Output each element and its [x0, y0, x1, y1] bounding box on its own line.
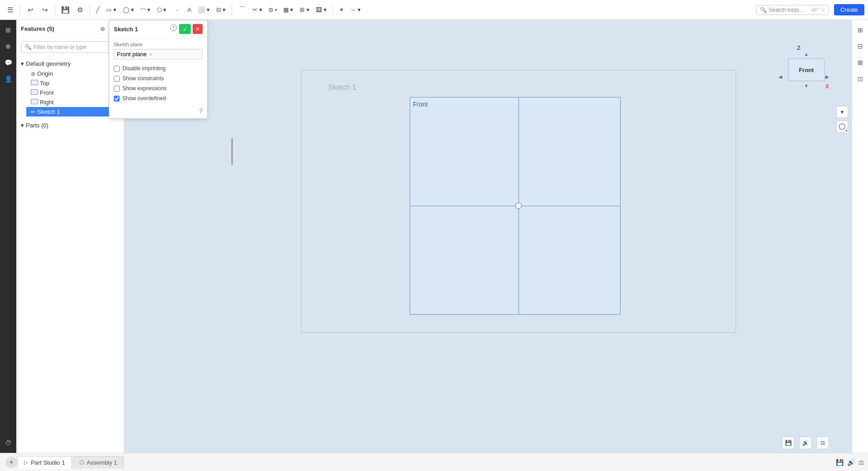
part-studio-tab[interactable]: ▷ Part Studio 1 [17, 456, 72, 469]
sketch-help-icon[interactable]: ? [199, 107, 203, 115]
parts-group[interactable]: ▾ Parts (0) [16, 120, 124, 131]
assembly-tab[interactable]: ⬡ Assembly 1 [73, 456, 124, 469]
sketch-clock-icon[interactable]: 🕐 [170, 24, 177, 34]
viewport-bottom-controls: 💾 🔊 ⚖ [780, 437, 829, 449]
search-tools[interactable]: 🔍 Search tools... alt/⌃ c [756, 5, 829, 15]
assembly-tab-label: Assembly 1 [87, 459, 117, 466]
create-button[interactable]: Create [834, 4, 864, 15]
line-tool[interactable]: ╱ [94, 5, 102, 15]
search-shortcut: alt/⌃ c [811, 7, 824, 12]
sketch-confirm-button[interactable]: ✓ [179, 24, 191, 34]
show-constraints-option[interactable]: Show constraints [114, 74, 203, 83]
polygon-tool[interactable]: ⬡ ▾ [155, 5, 169, 15]
add-feature-icon[interactable]: ⊕ [2, 40, 15, 53]
disable-imprinting-option[interactable]: Disable imprinting [114, 64, 203, 73]
main-toolbar: ☰ ↩ ↪ 💾 ⚙ ╱ ▭ ▾ ◯ ▾ ◠ ▾ ⬡ ▾ · A ⬜ ▾ ⊟ ▾ … [0, 0, 868, 20]
sketch-constraint-tool[interactable]: ✶ [337, 5, 346, 15]
sketch-h-axis [410, 206, 621, 206]
offset-tool[interactable]: ⬜ ▾ [195, 5, 212, 15]
sketch-options: Disable imprinting Show constraints Show… [109, 63, 207, 106]
app-logo-icon[interactable]: ⊞ [2, 24, 15, 36]
view-down-button[interactable]: ▼ [836, 106, 848, 118]
show-expressions-checkbox[interactable] [114, 86, 120, 92]
show-expressions-option[interactable]: Show expressions [114, 84, 203, 93]
search-icon: 🔍 [25, 44, 32, 50]
view-ctrl-3[interactable]: ⚖ [816, 437, 829, 449]
sketch1-label: Sketch 1 [37, 108, 60, 115]
sep-2 [55, 5, 55, 15]
top-plane-label: Top [40, 80, 49, 87]
sketch-cancel-button[interactable]: ✕ [193, 24, 203, 34]
z-axis-label: Z [797, 45, 800, 51]
align-tool[interactable]: ⊟ ▾ [214, 5, 228, 15]
point-tool[interactable]: · [171, 4, 184, 16]
circle-tool[interactable]: ◯ ▾ [121, 5, 137, 15]
panel-add-icon[interactable]: ⊕ [97, 24, 107, 34]
collapse-icon: ▾ [21, 60, 24, 67]
front-plane-label: Front [40, 89, 53, 96]
bottom-save-icon[interactable]: 💾 [836, 459, 844, 466]
view-cube-dropdown[interactable]: ▾ [844, 129, 849, 133]
nav-left-arrow[interactable]: ◀ [779, 74, 782, 79]
right-icon-2[interactable]: ⊟ [854, 40, 867, 53]
show-overdefined-checkbox[interactable] [114, 96, 120, 102]
parts-label: Parts (0) [26, 122, 48, 129]
redo-button[interactable]: ↪ [39, 4, 51, 16]
trim-tool[interactable]: ✂ ▾ [250, 5, 265, 15]
show-expressions-label: Show expressions [122, 85, 166, 92]
rect-tool[interactable]: ▭ ▾ [104, 5, 119, 15]
add-tab-button[interactable]: + [5, 456, 17, 468]
origin-icon: ⊕ [31, 71, 35, 77]
view-ctrl-1[interactable]: 💾 [782, 437, 795, 449]
plane-icon-3 [31, 99, 38, 106]
show-overdefined-option[interactable]: Show overdefined [114, 94, 203, 103]
view-ctrl-2[interactable]: 🔊 [799, 437, 812, 449]
geometry-items: ⊕ Origin Top Front Right ✏ Sketch 1 [16, 69, 124, 117]
panel-header: Features (5) ⊕ ⏱ [16, 20, 124, 38]
nav-right-arrow[interactable]: ▶ [825, 74, 829, 79]
settings-icon[interactable]: ⚙ [73, 4, 86, 16]
grid-tool[interactable]: ⊞ ▾ [297, 5, 312, 15]
show-overdefined-label: Show overdefined [122, 95, 166, 102]
mirror-tool[interactable]: ⧉ ▾ [267, 5, 279, 15]
arc-tool[interactable]: ◠ ▾ [138, 5, 153, 15]
undo-button[interactable]: ↩ [24, 4, 37, 16]
show-constraints-checkbox[interactable] [114, 76, 120, 82]
disable-imprinting-checkbox[interactable] [114, 66, 120, 72]
nav-bottom-arrow[interactable]: ▼ [804, 83, 809, 88]
bottom-audio-icon[interactable]: 🔊 [847, 459, 855, 466]
right-icon-1[interactable]: ⊞ [854, 24, 867, 36]
sketch-icon: ✏ [31, 109, 35, 115]
cube-front-face[interactable]: Front [788, 58, 824, 81]
left-panel: Features (5) ⊕ ⏱ 🔍 Filter by name or typ… [16, 20, 124, 453]
sketch-dialog-title: Sketch 1 [114, 26, 167, 33]
feature-search[interactable]: 🔍 Filter by name or type [21, 41, 119, 53]
feature-tree: ▾ Default geometry ⊕ Origin Top Front [16, 57, 124, 132]
search-placeholder: Search tools... [769, 7, 804, 13]
sketch-plane-value[interactable]: Front plane × [114, 49, 203, 59]
linear-pattern-tool[interactable]: ▦ ▾ [281, 5, 296, 15]
default-geometry-group[interactable]: ▾ Default geometry [16, 58, 124, 69]
right-icon-3[interactable]: ⊠ [854, 56, 867, 69]
panel-title: Features (5) [21, 25, 95, 32]
fillet-tool[interactable]: ⌒ [236, 4, 248, 16]
app-menu-icon[interactable]: ☰ [4, 4, 16, 16]
nav-top-arrow[interactable]: ▲ [804, 52, 809, 57]
sketch-dialog-footer: ? [109, 106, 207, 118]
image-tool[interactable]: 🖼 ▾ [314, 5, 329, 15]
sketch-plane-text: Front plane [117, 51, 147, 58]
right-icon-4[interactable]: ⊡ [854, 73, 867, 85]
default-geometry-label: Default geometry [26, 60, 71, 67]
dimension-tool[interactable]: ↔ ▾ [348, 5, 364, 15]
search-placeholder-text: Filter by name or type [34, 44, 86, 50]
history-icon[interactable]: ⏱ [2, 437, 15, 449]
save-icon[interactable]: 💾 [59, 4, 72, 16]
collaborators-icon[interactable]: 👤 [2, 73, 15, 85]
bottom-balance-icon[interactable]: ⚖ [858, 459, 864, 466]
comments-icon[interactable]: 💬 [2, 56, 15, 69]
search-icon: 🔍 [760, 7, 767, 13]
viewport[interactable]: Sketch 1 Front Z ▲ ◀ ▶ Front X ▼ ▼ [124, 20, 852, 453]
sketch-plane-close-icon[interactable]: × [150, 52, 152, 57]
sep-5 [333, 5, 333, 15]
text-tool[interactable]: A [185, 5, 194, 15]
